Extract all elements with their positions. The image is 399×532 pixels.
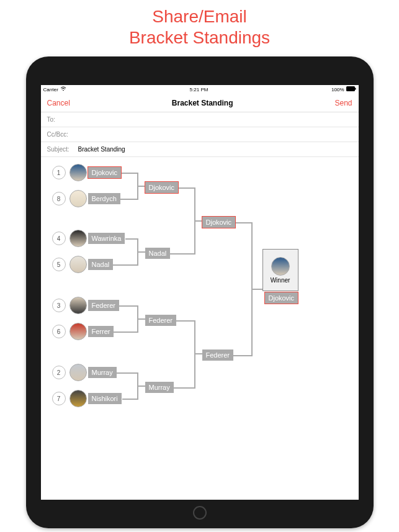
battery-percent: 100% [331,87,344,92]
avatar-berdych [69,190,87,207]
ipad-frame: Carrier 5:21 PM 100% Cancel Bracket Stan… [26,56,374,528]
seed-rank: 4 [52,232,66,245]
marketing-line1: Share/Email [0,6,399,27]
connector [115,372,138,374]
connector [118,305,138,307]
avatar-nadal [69,256,87,273]
connector [122,399,138,400]
connector [137,251,146,253]
connector [236,222,252,223]
avatar-murray [69,364,87,381]
avatar-djokovic [69,164,87,181]
round2-name: Nadal [145,248,171,259]
connector [173,387,195,389]
subject-label: Subject: [47,146,78,153]
round2-name: Federer [145,315,177,326]
cc-label: Cc/Bcc: [47,131,78,138]
connector [119,199,138,200]
marketing-line2: Bracket Standings [0,27,399,48]
seed-rank: 1 [52,166,66,179]
connector [137,186,146,187]
winner-card: Winner [262,249,298,291]
connector [137,385,146,387]
seed-name: Djokovic [88,167,122,178]
seed-rank: 5 [52,258,66,271]
seed-name: Murray [88,367,117,378]
bracket: 1 Djokovic 8 Berdych 4 Wawrinka 5 Nadal … [41,157,359,500]
ipad-screen: Carrier 5:21 PM 100% Cancel Bracket Stan… [41,85,359,500]
connector [170,253,195,255]
connector [179,187,195,189]
round3-name: Djokovic [202,217,236,228]
status-time: 5:21 PM [190,87,208,92]
connector [194,320,195,389]
carrier-label: Carrier [43,87,58,92]
home-button[interactable] [193,506,207,520]
seed-rank: 8 [52,192,66,205]
svg-rect-1 [346,86,355,91]
connector [194,220,203,222]
seed-rank: 7 [52,392,66,405]
nav-bar: Cancel Bracket Standing Send [41,94,359,112]
nav-title: Bracket Standing [172,99,233,107]
compose-fields: To: Cc/Bcc: Subject: Bracket Standing [41,112,359,157]
status-bar: Carrier 5:21 PM 100% [41,85,359,94]
seed-rank: 3 [52,299,66,312]
connector [113,331,138,333]
connector [232,355,252,356]
subject-field[interactable]: Subject: Bracket Standing [41,142,359,157]
seed-name: Federer [88,300,120,311]
winner-name: Djokovic [265,292,298,304]
seed-name: Berdych [88,193,120,204]
connector [251,289,262,290]
seed-rank: 2 [52,366,66,379]
connector [122,173,138,174]
wifi-icon [60,86,66,92]
connector [125,238,138,240]
seed-rank: 6 [52,325,66,338]
marketing-title: Share/Email Bracket Standings [0,0,399,48]
to-field[interactable]: To: [41,112,359,127]
seed-name: Wawrinka [88,233,125,244]
round2-name: Murray [145,382,174,393]
svg-point-0 [63,90,64,91]
ccbcc-field[interactable]: Cc/Bcc: [41,127,359,142]
connector [137,318,146,320]
to-label: To: [47,116,78,123]
winner-label: Winner [271,277,290,284]
avatar-nishikori [69,390,87,407]
seed-name: Nishikori [88,393,122,404]
send-button[interactable]: Send [334,99,352,107]
connector [194,353,203,354]
avatar-wawrinka [69,230,87,247]
avatar-federer [69,297,87,314]
battery-icon [346,86,356,92]
avatar-winner [271,257,290,276]
round3-name: Federer [202,349,234,361]
connector [175,320,195,322]
avatar-ferrer [69,323,87,340]
cancel-button[interactable]: Cancel [47,99,70,107]
seed-name: Nadal [88,259,114,270]
svg-rect-2 [355,88,356,90]
round2-name: Djokovic [145,182,179,193]
connector [112,264,138,266]
seed-name: Ferrer [88,326,114,337]
subject-value: Bracket Standing [78,146,125,153]
